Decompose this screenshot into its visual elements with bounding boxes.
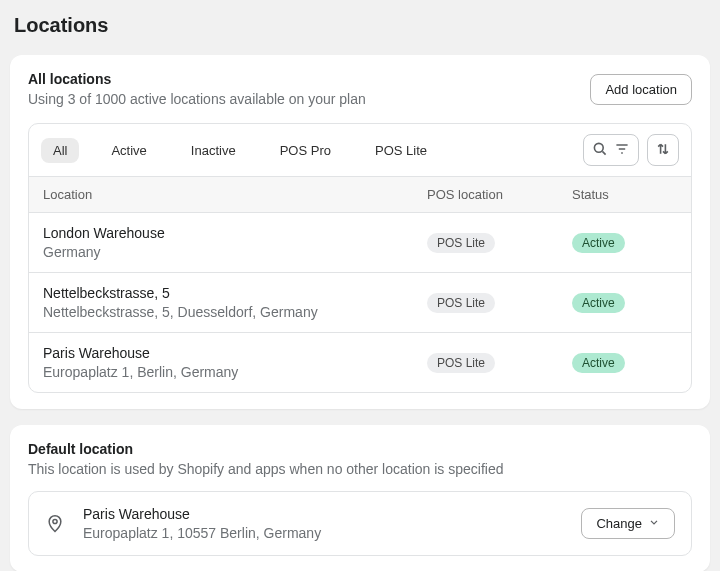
search-filter-button[interactable]	[583, 134, 639, 166]
default-location-heading: Default location	[28, 441, 692, 457]
pos-badge: POS Lite	[427, 293, 495, 313]
locations-table: All Active Inactive POS Pro POS Lite	[28, 123, 692, 393]
table-row[interactable]: Paris Warehouse Europaplatz 1, Berlin, G…	[29, 333, 691, 392]
default-location-address: Europaplatz 1, 10557 Berlin, Germany	[83, 525, 321, 541]
table-row[interactable]: Nettelbeckstrasse, 5 Nettelbeckstrasse, …	[29, 273, 691, 333]
location-address: Nettelbeckstrasse, 5, Duesseldorf, Germa…	[43, 304, 427, 320]
add-location-button[interactable]: Add location	[590, 74, 692, 105]
tab-pos-lite[interactable]: POS Lite	[363, 138, 439, 163]
all-locations-subheading: Using 3 of 1000 active locations availab…	[28, 91, 366, 107]
status-badge: Active	[572, 353, 625, 373]
location-name: Nettelbeckstrasse, 5	[43, 285, 427, 301]
location-name: London Warehouse	[43, 225, 427, 241]
change-button-label: Change	[596, 516, 642, 531]
location-pin-icon	[45, 514, 65, 534]
status-badge: Active	[572, 293, 625, 313]
search-icon	[592, 141, 608, 160]
col-header-location: Location	[43, 187, 427, 202]
all-locations-card: All locations Using 3 of 1000 active loc…	[10, 55, 710, 409]
pos-badge: POS Lite	[427, 233, 495, 253]
change-button[interactable]: Change	[581, 508, 675, 539]
sort-icon	[655, 141, 671, 160]
all-locations-heading: All locations	[28, 71, 366, 87]
col-header-pos: POS location	[427, 187, 572, 202]
location-name: Paris Warehouse	[43, 345, 427, 361]
tab-pos-pro[interactable]: POS Pro	[268, 138, 343, 163]
filter-icon	[614, 141, 630, 160]
default-location-card: Default location This location is used b…	[10, 425, 710, 571]
chevron-down-icon	[648, 516, 660, 531]
location-address: Germany	[43, 244, 427, 260]
page-title: Locations	[0, 0, 720, 55]
status-badge: Active	[572, 233, 625, 253]
svg-line-1	[602, 151, 605, 154]
tab-inactive[interactable]: Inactive	[179, 138, 248, 163]
location-address: Europaplatz 1, Berlin, Germany	[43, 364, 427, 380]
svg-point-0	[594, 143, 603, 152]
tab-active[interactable]: Active	[99, 138, 158, 163]
sort-button[interactable]	[647, 134, 679, 166]
pos-badge: POS Lite	[427, 353, 495, 373]
col-header-status: Status	[572, 187, 677, 202]
default-location-subheading: This location is used by Shopify and app…	[28, 461, 692, 477]
tab-all[interactable]: All	[41, 138, 79, 163]
table-row[interactable]: London Warehouse Germany POS Lite Active	[29, 213, 691, 273]
default-location-name: Paris Warehouse	[83, 506, 321, 522]
svg-point-5	[53, 519, 57, 523]
